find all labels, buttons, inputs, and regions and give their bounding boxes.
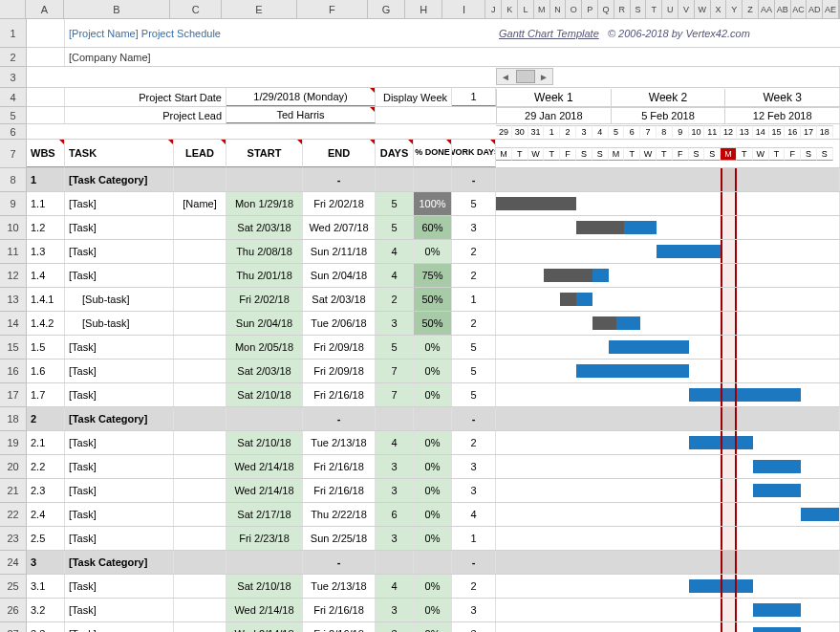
col-header[interactable]: Y bbox=[726, 0, 743, 18]
row-header[interactable]: 15 bbox=[0, 336, 27, 360]
row-header[interactable]: 7 bbox=[0, 140, 27, 168]
days-cell[interactable]: 3 bbox=[376, 527, 414, 550]
col-header[interactable]: B bbox=[64, 0, 171, 18]
end-cell[interactable]: Sun 2/04/18 bbox=[303, 264, 376, 287]
days-cell[interactable]: 3 bbox=[376, 455, 414, 478]
wbs-cell[interactable]: 1.4 bbox=[27, 264, 65, 287]
start-cell[interactable]: Thu 2/08/18 bbox=[226, 240, 303, 263]
task-cell[interactable]: [Task] bbox=[65, 503, 174, 526]
start-cell[interactable]: Thu 2/01/18 bbox=[226, 264, 303, 287]
task-cell[interactable]: [Task] bbox=[65, 264, 174, 287]
row-header[interactable]: 19 bbox=[0, 431, 27, 455]
start-cell[interactable]: Sat 2/17/18 bbox=[226, 503, 303, 526]
col-header[interactable]: E bbox=[222, 0, 296, 18]
days-cell[interactable]: 5 bbox=[376, 336, 414, 359]
end-cell[interactable]: Wed 2/07/18 bbox=[303, 216, 376, 239]
start-cell[interactable]: Fri 2/23/18 bbox=[226, 527, 303, 550]
pct-cell[interactable]: 0% bbox=[414, 360, 452, 382]
row-header[interactable]: 6 bbox=[0, 124, 27, 140]
gantt-bar[interactable] bbox=[689, 436, 753, 449]
col-header[interactable]: J bbox=[485, 0, 502, 18]
gantt-bar[interactable] bbox=[801, 508, 840, 521]
header-work[interactable]: WORK DAYS bbox=[452, 140, 496, 167]
col-header[interactable]: K bbox=[502, 0, 518, 18]
start-cell[interactable]: Wed 2/14/18 bbox=[226, 622, 303, 632]
col-header[interactable]: V bbox=[678, 0, 695, 18]
wbs-cell[interactable]: 2 bbox=[27, 407, 65, 430]
pct-cell[interactable]: 0% bbox=[414, 622, 452, 632]
lead-cell[interactable] bbox=[174, 168, 226, 191]
col-header[interactable]: M bbox=[534, 0, 550, 18]
wbs-cell[interactable]: 1.1 bbox=[27, 192, 65, 215]
pct-cell[interactable]: 0% bbox=[414, 599, 452, 621]
end-cell[interactable]: Fri 2/16/18 bbox=[303, 383, 376, 406]
lead-cell[interactable]: [Name] bbox=[174, 192, 226, 215]
wbs-cell[interactable]: 3.2 bbox=[27, 599, 65, 621]
row-header[interactable]: 11 bbox=[0, 240, 27, 264]
header-start[interactable]: START bbox=[226, 140, 303, 167]
task-cell[interactable]: [Task] bbox=[65, 216, 174, 239]
col-header[interactable]: AC bbox=[791, 0, 808, 18]
col-header[interactable]: T bbox=[646, 0, 662, 18]
lead-cell[interactable] bbox=[174, 479, 226, 502]
col-header[interactable]: Z bbox=[743, 0, 759, 18]
end-cell[interactable]: Fri 2/16/18 bbox=[303, 479, 376, 502]
lead-cell[interactable] bbox=[174, 599, 226, 621]
pct-cell[interactable]: 50% bbox=[414, 312, 452, 335]
col-header[interactable]: I bbox=[442, 0, 485, 18]
row-header[interactable]: 5 bbox=[0, 107, 27, 124]
gantt-bar[interactable] bbox=[753, 627, 801, 632]
workdays-cell[interactable]: 3 bbox=[452, 599, 496, 621]
wbs-cell[interactable]: 3 bbox=[27, 551, 65, 574]
header-wbs[interactable]: WBS bbox=[27, 140, 65, 167]
days-cell[interactable] bbox=[376, 168, 414, 191]
col-header[interactable]: H bbox=[405, 0, 442, 18]
col-header[interactable]: A bbox=[26, 0, 63, 18]
wbs-cell[interactable]: 1.5 bbox=[27, 336, 65, 359]
lead-cell[interactable] bbox=[174, 288, 226, 311]
task-cell[interactable]: [Task] bbox=[65, 479, 174, 502]
gantt-bar[interactable] bbox=[689, 579, 753, 593]
row-header[interactable]: 27 bbox=[0, 622, 27, 632]
task-cell[interactable]: [Task] bbox=[65, 431, 174, 454]
task-cell[interactable]: [Task] bbox=[65, 383, 174, 406]
gantt-bar[interactable] bbox=[689, 388, 802, 402]
workdays-cell[interactable]: - bbox=[452, 551, 496, 574]
start-cell[interactable]: Wed 2/14/18 bbox=[226, 479, 303, 502]
task-cell[interactable]: [Sub-task] bbox=[65, 288, 174, 311]
row-header[interactable]: 9 bbox=[0, 192, 27, 216]
start-cell[interactable]: Wed 2/14/18 bbox=[226, 455, 303, 478]
end-cell[interactable]: Tue 2/13/18 bbox=[303, 431, 376, 454]
lead-cell[interactable] bbox=[174, 575, 226, 598]
row-header[interactable]: 8 bbox=[0, 168, 27, 192]
days-cell[interactable]: 4 bbox=[376, 240, 414, 263]
start-cell[interactable]: Fri 2/02/18 bbox=[226, 288, 303, 311]
pct-cell[interactable]: 0% bbox=[414, 240, 452, 263]
end-cell[interactable]: Fri 2/02/18 bbox=[303, 192, 376, 215]
days-cell[interactable]: 3 bbox=[376, 479, 414, 502]
task-cell[interactable]: [Task] bbox=[65, 599, 174, 621]
workdays-cell[interactable]: 2 bbox=[452, 431, 496, 454]
days-cell[interactable]: 3 bbox=[376, 622, 414, 632]
wbs-cell[interactable]: 2.4 bbox=[27, 503, 65, 526]
end-cell[interactable]: Fri 2/09/18 bbox=[303, 336, 376, 359]
workdays-cell[interactable]: - bbox=[452, 168, 496, 191]
wbs-cell[interactable]: 2.3 bbox=[27, 479, 65, 502]
end-cell[interactable]: Thu 2/22/18 bbox=[303, 503, 376, 526]
start-cell[interactable]: Wed 2/14/18 bbox=[226, 599, 303, 621]
task-cell[interactable]: [Task] bbox=[65, 575, 174, 598]
row-header[interactable]: 20 bbox=[0, 455, 27, 479]
days-cell[interactable]: 4 bbox=[376, 575, 414, 598]
header-lead[interactable]: LEAD bbox=[174, 140, 226, 167]
col-header[interactable]: AD bbox=[807, 0, 823, 18]
workdays-cell[interactable]: 5 bbox=[452, 336, 496, 359]
end-cell[interactable]: Sat 2/03/18 bbox=[303, 288, 376, 311]
start-cell[interactable]: Mon 2/05/18 bbox=[226, 336, 303, 359]
pct-cell[interactable] bbox=[414, 407, 452, 430]
lead-cell[interactable] bbox=[174, 336, 226, 359]
project-title[interactable]: [Project Name] Project Schedule bbox=[65, 19, 495, 47]
wbs-cell[interactable]: 2.1 bbox=[27, 431, 65, 454]
days-cell[interactable] bbox=[376, 407, 414, 430]
end-cell[interactable]: - bbox=[303, 407, 376, 430]
start-cell[interactable] bbox=[226, 407, 303, 430]
